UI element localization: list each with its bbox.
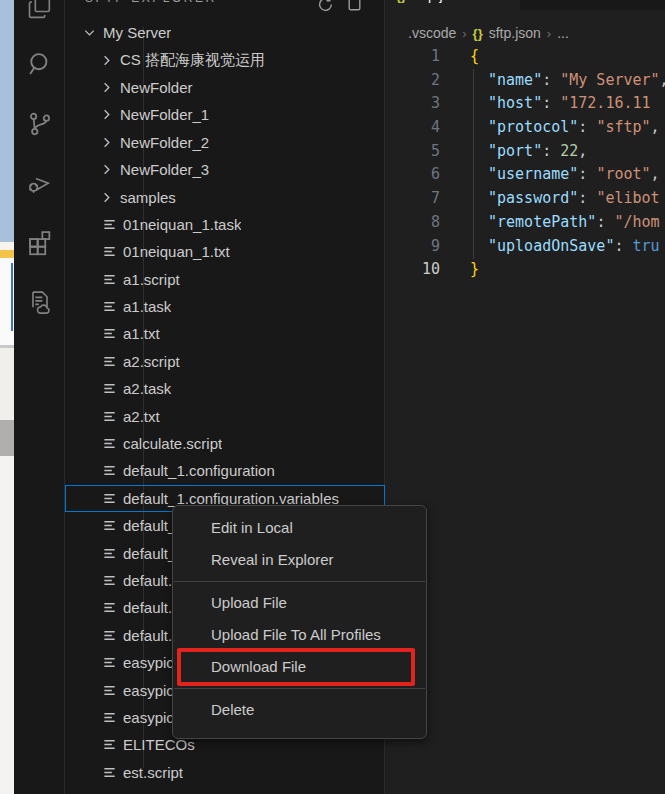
close-icon[interactable]: ×: [472, 0, 480, 3]
tree-item[interactable]: a2.txt: [65, 402, 385, 429]
breadcrumb-file[interactable]: sftp.json: [489, 25, 541, 41]
tree-item-label: My Server: [103, 24, 171, 41]
tree-item-label: a2.script: [123, 353, 180, 370]
breadcrumb: .vscode › {} sftp.json › ...: [408, 24, 569, 42]
square-icon[interactable]: [346, 0, 363, 12]
file-icon: [100, 435, 118, 453]
chevron-right-icon: [97, 78, 115, 96]
sftp-explorer-icon[interactable]: [26, 288, 54, 316]
tree-item-label: NewFolder: [120, 79, 193, 96]
file-icon: [100, 215, 118, 233]
code-line: 3"host": "172.16.11: [386, 92, 665, 116]
tree-item-label: 01neiquan_1.task: [123, 216, 241, 233]
file-icon: [100, 352, 118, 370]
code-line: 4"protocol": "sftp",: [386, 116, 665, 140]
tree-item[interactable]: a1.script: [65, 266, 385, 293]
tree-item[interactable]: NewFolder_2: [65, 129, 385, 156]
refresh-icon[interactable]: [317, 0, 334, 12]
menu-item-upload-file-to-all-profiles[interactable]: Upload File To All Profiles: [173, 619, 426, 651]
file-icon: [100, 489, 118, 507]
code-line: 9"uploadOnSave": tru: [386, 235, 665, 259]
source-control-icon[interactable]: [26, 110, 54, 138]
extensions-icon[interactable]: [26, 228, 54, 256]
tree-item-label: easypic: [123, 654, 174, 671]
breadcrumb-folder[interactable]: .vscode: [408, 25, 456, 41]
tree-item-label: est.script: [123, 764, 183, 781]
tree-item[interactable]: est.script: [65, 759, 385, 786]
tree-item-label: easypic: [123, 709, 174, 726]
tree-item-label: NewFolder_3: [120, 161, 209, 178]
file-icon: [100, 380, 118, 398]
tree-item[interactable]: NewFolder: [65, 74, 385, 101]
tree-item[interactable]: 01neiquan_1.task: [65, 211, 385, 238]
line-number: 10: [386, 258, 440, 282]
code-editor[interactable]: 1{2"name": "My Server",3"host": "172.16.…: [386, 45, 665, 282]
menu-item-reveal-in-explorer[interactable]: Reveal in Explorer: [173, 544, 426, 576]
menu-item-download-file[interactable]: Download File: [173, 651, 426, 683]
chevron-right-icon: [97, 133, 115, 151]
tree-item[interactable]: 01neiquan_1.txt: [65, 238, 385, 265]
file-icon: [100, 325, 118, 343]
code-line-text: "host": "172.16.11: [470, 92, 651, 116]
code-line-text: {: [470, 45, 479, 69]
line-number: 4: [386, 116, 440, 140]
tree-item-label: CS 搭配海康视觉运用: [120, 51, 265, 70]
background-segment: [0, 420, 14, 456]
code-line-text: "password": "elibot: [470, 187, 660, 211]
background-blue-line: [11, 263, 13, 331]
code-line: 8"remotePath": "/hom: [386, 211, 665, 235]
code-line-text: "name": "My Server",: [470, 69, 665, 93]
file-icon: [100, 270, 118, 288]
chevron-right-icon: [97, 51, 115, 69]
line-number: 3: [386, 92, 440, 116]
tree-item-label: default_: [123, 545, 176, 562]
tree-item[interactable]: My Server: [65, 19, 385, 46]
sidebar-header: SFTP EXPLORER: [65, 0, 385, 12]
tree-item[interactable]: a1.task: [65, 293, 385, 320]
tree-item-label: NewFolder_1: [120, 106, 209, 123]
line-number: 5: [386, 140, 440, 164]
file-icon: [100, 708, 118, 726]
file-icon: [100, 407, 118, 425]
chevron-right-icon: [97, 161, 115, 179]
activity-bar: [14, 0, 65, 794]
code-line: 10}: [386, 258, 665, 282]
tree-item-label: default.: [123, 599, 172, 616]
menu-item-delete[interactable]: Delete: [173, 694, 426, 726]
tree-item[interactable]: calculate.script: [65, 430, 385, 457]
tab-label: sftp.json: [413, 0, 465, 3]
tree-item[interactable]: a2.task: [65, 375, 385, 402]
code-line-text: "uploadOnSave": tru: [470, 235, 660, 259]
tree-item-label: 01neiquan_1.txt: [123, 243, 230, 260]
chevron-right-icon: [97, 188, 115, 206]
tree-item[interactable]: a1.txt: [65, 320, 385, 347]
run-and-debug-icon[interactable]: [26, 168, 54, 196]
tree-item[interactable]: default_1.configuration: [65, 457, 385, 484]
menu-item-upload-file[interactable]: Upload File: [173, 587, 426, 619]
chevron-right-icon: ›: [462, 26, 466, 41]
tree-item[interactable]: samples: [65, 183, 385, 210]
explorer-icon[interactable]: [26, 0, 54, 22]
file-icon: [100, 599, 118, 617]
tab-sftp-json[interactable]: {} sftp.json ×: [386, 0, 520, 10]
file-icon: [100, 763, 118, 781]
tree-item[interactable]: NewFolder_3: [65, 156, 385, 183]
code-line: 6"username": "root",: [386, 163, 665, 187]
tree-item-label: a1.script: [123, 271, 180, 288]
tree-item[interactable]: NewFolder_1: [65, 101, 385, 128]
tree-item-label: a2.txt: [123, 408, 160, 425]
breadcrumb-more[interactable]: ...: [557, 25, 569, 41]
file-icon: [100, 681, 118, 699]
file-icon: [100, 517, 118, 535]
line-number: 7: [386, 187, 440, 211]
tree-item[interactable]: a2.script: [65, 348, 385, 375]
code-line: 7"password": "elibot: [386, 187, 665, 211]
search-icon[interactable]: [26, 50, 54, 78]
tree-item-label: easypic: [123, 682, 174, 699]
tree-item[interactable]: CS 搭配海康视觉运用: [65, 46, 385, 73]
background-window-edge: [0, 0, 14, 794]
tree-item-label: NewFolder_2: [120, 134, 209, 151]
vscode-window: SFTP EXPLORER My ServerCS 搭配海康视觉运用NewFol…: [0, 0, 665, 794]
menu-item-edit-in-local[interactable]: Edit in Local: [173, 512, 426, 544]
background-segment: [0, 0, 14, 242]
